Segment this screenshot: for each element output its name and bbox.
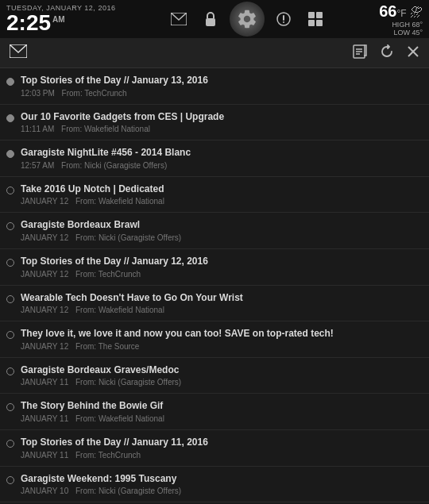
email-from: From: Wakefield National xyxy=(75,306,164,314)
email-item[interactable]: The Story Behind the Bowie GifJANUARY 11… xyxy=(0,394,429,430)
email-subject: Garagiste NightLite #456 - 2014 Blanc xyxy=(21,147,421,160)
close-icon[interactable] xyxy=(407,45,419,61)
svg-point-4 xyxy=(283,21,284,23)
email-meta: JANUARY 12 From: Wakefield National xyxy=(21,197,421,206)
email-subject: Garagiste Bordeaux Brawl xyxy=(21,219,421,232)
email-subject: They love it, we love it and now you can… xyxy=(21,328,421,340)
temp-low: LOW 45° xyxy=(393,29,423,37)
temp-high: HIGH 68° xyxy=(392,21,423,29)
email-meta: JANUARY 11 From: Wakefield National xyxy=(21,414,421,423)
email-read-indicator xyxy=(6,440,14,448)
email-content: Top Stories of the Day // January 12, 20… xyxy=(21,256,421,279)
lock-status-icon[interactable] xyxy=(198,6,223,32)
email-meta: JANUARY 12 From: The Source xyxy=(21,342,421,351)
email-item[interactable]: Our 10 Favorite Gadgets from CES | Upgra… xyxy=(0,105,429,141)
email-subject: The Story Behind the Bowie Gif xyxy=(21,400,421,413)
email-meta: JANUARY 12 From: Nicki (Garagiste Offers… xyxy=(21,233,421,242)
email-meta: JANUARY 12 From: Wakefield National xyxy=(21,306,421,314)
email-meta: 12:03 PM From: TechCrunch xyxy=(21,89,421,98)
grid-status-icon[interactable] xyxy=(303,6,328,32)
weather-display: 66°F ⛈ HIGH 68° LOW 45° xyxy=(379,2,423,37)
email-from: From: TechCrunch xyxy=(75,451,141,460)
email-content: Top Stories of the Day // January 11, 20… xyxy=(21,437,421,460)
email-from: From: Wakefield National xyxy=(75,414,164,423)
email-date: JANUARY 11 xyxy=(21,451,68,460)
email-meta: JANUARY 10 From: Nicki (Garagiste Offers… xyxy=(21,487,421,495)
email-date: 12:03 PM xyxy=(21,89,55,98)
email-item[interactable]: Top Stories of the Day // January 12, 20… xyxy=(0,249,429,286)
email-date: JANUARY 12 xyxy=(21,270,68,279)
email-read-indicator xyxy=(6,259,14,267)
gear-status-icon[interactable] xyxy=(230,2,265,37)
email-item[interactable]: They love it, we love it and now you can… xyxy=(0,321,429,358)
email-from: From: Nicki (Garagiste Offers) xyxy=(75,487,181,495)
email-date: 12:57 AM xyxy=(21,161,54,170)
email-read-indicator xyxy=(6,476,14,484)
email-read-indicator xyxy=(6,187,14,194)
svg-rect-1 xyxy=(206,18,215,26)
email-content: Our 10 Favorite Gadgets from CES | Upgra… xyxy=(21,111,421,134)
email-read-indicator xyxy=(6,403,14,411)
mail-status-icon[interactable] xyxy=(166,6,191,32)
email-item[interactable]: Garagiste Weekend: 1995 TuscanyJANUARY 1… xyxy=(0,467,429,503)
email-content: Take 2016 Up Notch | DedicatedJANUARY 12… xyxy=(21,183,421,206)
email-content: They love it, we love it and now you can… xyxy=(21,328,421,351)
email-date: 11:11 AM xyxy=(21,125,54,133)
email-item[interactable]: Take 2016 Up Notch | DedicatedJANUARY 12… xyxy=(0,177,429,214)
email-content: Garagiste Bordeaux BrawlJANUARY 12 From:… xyxy=(21,219,421,242)
email-item[interactable]: Top Stories of the Day // January 13, 20… xyxy=(0,68,429,105)
email-from: From: Wakefield National xyxy=(61,125,150,133)
email-date: JANUARY 12 xyxy=(21,233,68,242)
email-subject: Take 2016 Up Notch | Dedicated xyxy=(21,183,421,196)
email-from: From: The Source xyxy=(75,342,139,351)
email-meta: 12:57 AM From: Nicki (Garagiste Offers) xyxy=(21,161,421,170)
email-meta: JANUARY 11 From: TechCrunch xyxy=(21,451,421,460)
email-item[interactable]: Garagiste Bordeaux BrawlJANUARY 12 From:… xyxy=(0,213,429,249)
email-subject: Top Stories of the Day // January 12, 20… xyxy=(21,256,421,268)
email-date: JANUARY 12 xyxy=(21,342,68,351)
email-read-indicator xyxy=(6,78,14,86)
status-time: 2:25AM xyxy=(6,12,115,34)
toolbar-left xyxy=(10,44,27,62)
email-subject: Our 10 Favorite Gadgets from CES | Upgra… xyxy=(21,111,421,124)
email-read-indicator xyxy=(6,295,14,303)
time-display: Tuesday, January 12, 2016 2:25AM xyxy=(6,4,115,34)
email-item[interactable]: Wearable Tech Doesn't Have to Go On Your… xyxy=(0,286,429,322)
email-read-indicator xyxy=(6,367,14,375)
email-from: From: TechCrunch xyxy=(62,89,127,98)
email-read-indicator xyxy=(6,114,14,122)
email-read-indicator xyxy=(6,222,14,230)
email-subject: Top Stories of the Day // January 11, 20… xyxy=(21,437,421,449)
email-toolbar xyxy=(0,38,429,68)
status-bar: Tuesday, January 12, 2016 2:25AM xyxy=(0,0,429,38)
email-read-indicator xyxy=(6,331,14,339)
email-date: JANUARY 12 xyxy=(21,197,68,206)
email-content: The Story Behind the Bowie GifJANUARY 11… xyxy=(21,400,421,423)
email-date: JANUARY 11 xyxy=(21,378,68,387)
email-content: Top Stories of the Day // January 13, 20… xyxy=(21,75,421,98)
email-content: Garagiste Bordeaux Graves/MedocJANUARY 1… xyxy=(21,364,421,387)
email-item[interactable]: Garagiste NightLite #456 - 2014 Blanc12:… xyxy=(0,140,429,177)
email-content: Wearable Tech Doesn't Have to Go On Your… xyxy=(21,292,421,315)
email-from: From: Nicki (Garagiste Offers) xyxy=(75,378,181,387)
email-from: From: TechCrunch xyxy=(75,270,141,279)
refresh-icon[interactable] xyxy=(380,44,394,62)
email-read-indicator xyxy=(6,150,14,158)
email-item[interactable]: Top Stories of the Day // January 11, 20… xyxy=(0,430,429,467)
toolbar-right xyxy=(353,44,419,62)
email-meta: JANUARY 11 From: Nicki (Garagiste Offers… xyxy=(21,378,421,387)
email-from: From: Nicki (Garagiste Offers) xyxy=(75,233,181,242)
status-center-icons xyxy=(166,2,328,37)
email-list: Top Stories of the Day // January 13, 20… xyxy=(0,68,429,504)
compose-icon[interactable] xyxy=(353,44,367,62)
email-subject: Wearable Tech Doesn't Have to Go On Your… xyxy=(21,292,421,305)
email-meta: JANUARY 12 From: TechCrunch xyxy=(21,270,421,279)
email-subject: Top Stories of the Day // January 13, 20… xyxy=(21,75,421,87)
email-date: JANUARY 12 xyxy=(21,306,68,314)
email-date: JANUARY 10 xyxy=(21,487,68,495)
alert-status-icon[interactable] xyxy=(271,6,296,32)
temperature: 66°F ⛈ xyxy=(379,2,423,21)
email-item[interactable]: Garagiste Bordeaux Graves/MedocJANUARY 1… xyxy=(0,358,429,394)
email-meta: 11:11 AM From: Wakefield National xyxy=(21,125,421,133)
email-from: From: Wakefield National xyxy=(75,197,164,206)
